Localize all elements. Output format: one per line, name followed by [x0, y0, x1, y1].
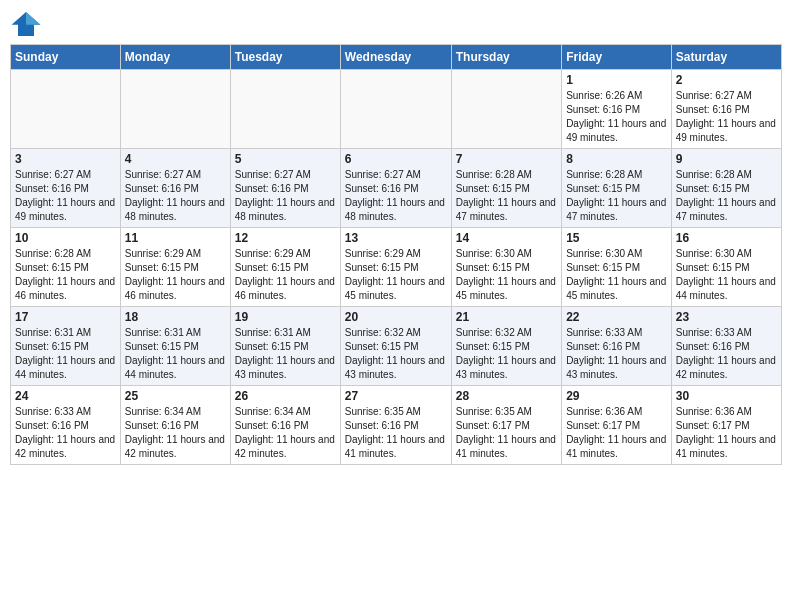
- day-info: Sunrise: 6:27 AM Sunset: 6:16 PM Dayligh…: [15, 168, 116, 224]
- day-info: Sunrise: 6:33 AM Sunset: 6:16 PM Dayligh…: [676, 326, 777, 382]
- day-number: 29: [566, 389, 667, 403]
- calendar-cell: 3Sunrise: 6:27 AM Sunset: 6:16 PM Daylig…: [11, 149, 121, 228]
- calendar-week-row: 1Sunrise: 6:26 AM Sunset: 6:16 PM Daylig…: [11, 70, 782, 149]
- day-number: 15: [566, 231, 667, 245]
- calendar-week-row: 10Sunrise: 6:28 AM Sunset: 6:15 PM Dayli…: [11, 228, 782, 307]
- day-number: 6: [345, 152, 447, 166]
- day-number: 11: [125, 231, 226, 245]
- calendar-cell: 16Sunrise: 6:30 AM Sunset: 6:15 PM Dayli…: [671, 228, 781, 307]
- calendar-cell: 14Sunrise: 6:30 AM Sunset: 6:15 PM Dayli…: [451, 228, 561, 307]
- day-header-monday: Monday: [120, 45, 230, 70]
- day-info: Sunrise: 6:35 AM Sunset: 6:17 PM Dayligh…: [456, 405, 557, 461]
- calendar-table: SundayMondayTuesdayWednesdayThursdayFrid…: [10, 44, 782, 465]
- calendar-cell: 9Sunrise: 6:28 AM Sunset: 6:15 PM Daylig…: [671, 149, 781, 228]
- day-number: 1: [566, 73, 667, 87]
- day-number: 21: [456, 310, 557, 324]
- day-info: Sunrise: 6:27 AM Sunset: 6:16 PM Dayligh…: [676, 89, 777, 145]
- calendar-cell: 13Sunrise: 6:29 AM Sunset: 6:15 PM Dayli…: [340, 228, 451, 307]
- calendar-cell: 7Sunrise: 6:28 AM Sunset: 6:15 PM Daylig…: [451, 149, 561, 228]
- day-number: 9: [676, 152, 777, 166]
- day-info: Sunrise: 6:29 AM Sunset: 6:15 PM Dayligh…: [345, 247, 447, 303]
- calendar-cell: 18Sunrise: 6:31 AM Sunset: 6:15 PM Dayli…: [120, 307, 230, 386]
- day-header-thursday: Thursday: [451, 45, 561, 70]
- day-number: 20: [345, 310, 447, 324]
- day-number: 13: [345, 231, 447, 245]
- calendar-cell: 30Sunrise: 6:36 AM Sunset: 6:17 PM Dayli…: [671, 386, 781, 465]
- calendar-cell: 10Sunrise: 6:28 AM Sunset: 6:15 PM Dayli…: [11, 228, 121, 307]
- day-info: Sunrise: 6:36 AM Sunset: 6:17 PM Dayligh…: [676, 405, 777, 461]
- day-number: 10: [15, 231, 116, 245]
- day-info: Sunrise: 6:31 AM Sunset: 6:15 PM Dayligh…: [235, 326, 336, 382]
- calendar-week-row: 17Sunrise: 6:31 AM Sunset: 6:15 PM Dayli…: [11, 307, 782, 386]
- day-number: 18: [125, 310, 226, 324]
- calendar-cell: [120, 70, 230, 149]
- calendar-cell: 20Sunrise: 6:32 AM Sunset: 6:15 PM Dayli…: [340, 307, 451, 386]
- day-info: Sunrise: 6:35 AM Sunset: 6:16 PM Dayligh…: [345, 405, 447, 461]
- day-number: 27: [345, 389, 447, 403]
- day-info: Sunrise: 6:33 AM Sunset: 6:16 PM Dayligh…: [15, 405, 116, 461]
- calendar-cell: [451, 70, 561, 149]
- day-info: Sunrise: 6:30 AM Sunset: 6:15 PM Dayligh…: [676, 247, 777, 303]
- day-info: Sunrise: 6:32 AM Sunset: 6:15 PM Dayligh…: [345, 326, 447, 382]
- day-info: Sunrise: 6:28 AM Sunset: 6:15 PM Dayligh…: [676, 168, 777, 224]
- day-info: Sunrise: 6:27 AM Sunset: 6:16 PM Dayligh…: [235, 168, 336, 224]
- calendar-cell: [11, 70, 121, 149]
- calendar-cell: [340, 70, 451, 149]
- day-info: Sunrise: 6:31 AM Sunset: 6:15 PM Dayligh…: [125, 326, 226, 382]
- day-number: 25: [125, 389, 226, 403]
- day-number: 4: [125, 152, 226, 166]
- day-header-wednesday: Wednesday: [340, 45, 451, 70]
- calendar-header-row: SundayMondayTuesdayWednesdayThursdayFrid…: [11, 45, 782, 70]
- day-info: Sunrise: 6:33 AM Sunset: 6:16 PM Dayligh…: [566, 326, 667, 382]
- day-number: 3: [15, 152, 116, 166]
- calendar-week-row: 3Sunrise: 6:27 AM Sunset: 6:16 PM Daylig…: [11, 149, 782, 228]
- day-info: Sunrise: 6:30 AM Sunset: 6:15 PM Dayligh…: [566, 247, 667, 303]
- day-info: Sunrise: 6:28 AM Sunset: 6:15 PM Dayligh…: [566, 168, 667, 224]
- calendar-cell: 4Sunrise: 6:27 AM Sunset: 6:16 PM Daylig…: [120, 149, 230, 228]
- day-info: Sunrise: 6:27 AM Sunset: 6:16 PM Dayligh…: [125, 168, 226, 224]
- day-number: 2: [676, 73, 777, 87]
- day-info: Sunrise: 6:34 AM Sunset: 6:16 PM Dayligh…: [125, 405, 226, 461]
- calendar-cell: 11Sunrise: 6:29 AM Sunset: 6:15 PM Dayli…: [120, 228, 230, 307]
- calendar-cell: [230, 70, 340, 149]
- day-number: 5: [235, 152, 336, 166]
- calendar-cell: 24Sunrise: 6:33 AM Sunset: 6:16 PM Dayli…: [11, 386, 121, 465]
- calendar-cell: 28Sunrise: 6:35 AM Sunset: 6:17 PM Dayli…: [451, 386, 561, 465]
- day-header-friday: Friday: [562, 45, 672, 70]
- day-number: 28: [456, 389, 557, 403]
- day-info: Sunrise: 6:32 AM Sunset: 6:15 PM Dayligh…: [456, 326, 557, 382]
- calendar-cell: 12Sunrise: 6:29 AM Sunset: 6:15 PM Dayli…: [230, 228, 340, 307]
- calendar-cell: 21Sunrise: 6:32 AM Sunset: 6:15 PM Dayli…: [451, 307, 561, 386]
- calendar-cell: 6Sunrise: 6:27 AM Sunset: 6:16 PM Daylig…: [340, 149, 451, 228]
- calendar-cell: 2Sunrise: 6:27 AM Sunset: 6:16 PM Daylig…: [671, 70, 781, 149]
- day-number: 12: [235, 231, 336, 245]
- calendar-cell: 8Sunrise: 6:28 AM Sunset: 6:15 PM Daylig…: [562, 149, 672, 228]
- day-header-tuesday: Tuesday: [230, 45, 340, 70]
- day-info: Sunrise: 6:36 AM Sunset: 6:17 PM Dayligh…: [566, 405, 667, 461]
- calendar-cell: 25Sunrise: 6:34 AM Sunset: 6:16 PM Dayli…: [120, 386, 230, 465]
- day-number: 23: [676, 310, 777, 324]
- calendar-cell: 17Sunrise: 6:31 AM Sunset: 6:15 PM Dayli…: [11, 307, 121, 386]
- day-info: Sunrise: 6:27 AM Sunset: 6:16 PM Dayligh…: [345, 168, 447, 224]
- page-header: [10, 10, 782, 38]
- calendar-cell: 26Sunrise: 6:34 AM Sunset: 6:16 PM Dayli…: [230, 386, 340, 465]
- day-info: Sunrise: 6:26 AM Sunset: 6:16 PM Dayligh…: [566, 89, 667, 145]
- calendar-cell: 15Sunrise: 6:30 AM Sunset: 6:15 PM Dayli…: [562, 228, 672, 307]
- calendar-cell: 29Sunrise: 6:36 AM Sunset: 6:17 PM Dayli…: [562, 386, 672, 465]
- calendar-cell: 23Sunrise: 6:33 AM Sunset: 6:16 PM Dayli…: [671, 307, 781, 386]
- day-number: 16: [676, 231, 777, 245]
- day-info: Sunrise: 6:34 AM Sunset: 6:16 PM Dayligh…: [235, 405, 336, 461]
- day-info: Sunrise: 6:29 AM Sunset: 6:15 PM Dayligh…: [235, 247, 336, 303]
- day-info: Sunrise: 6:29 AM Sunset: 6:15 PM Dayligh…: [125, 247, 226, 303]
- calendar-cell: 5Sunrise: 6:27 AM Sunset: 6:16 PM Daylig…: [230, 149, 340, 228]
- calendar-cell: 1Sunrise: 6:26 AM Sunset: 6:16 PM Daylig…: [562, 70, 672, 149]
- logo: [10, 10, 46, 38]
- logo-icon: [10, 10, 42, 38]
- day-header-saturday: Saturday: [671, 45, 781, 70]
- day-header-sunday: Sunday: [11, 45, 121, 70]
- day-info: Sunrise: 6:28 AM Sunset: 6:15 PM Dayligh…: [15, 247, 116, 303]
- day-number: 26: [235, 389, 336, 403]
- day-info: Sunrise: 6:30 AM Sunset: 6:15 PM Dayligh…: [456, 247, 557, 303]
- day-number: 22: [566, 310, 667, 324]
- day-number: 7: [456, 152, 557, 166]
